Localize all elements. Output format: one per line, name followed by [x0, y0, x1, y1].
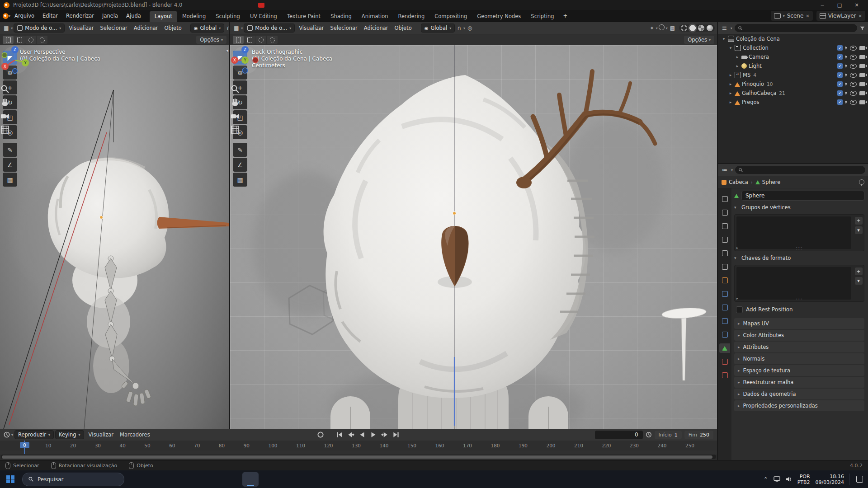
property-section-header[interactable]: ▸ Color Attributes — [734, 330, 864, 341]
exclude-checkbox[interactable]: ✓ — [837, 54, 843, 60]
tray-display-icon[interactable] — [774, 476, 780, 482]
overlays-caret[interactable]: ▾ — [666, 26, 668, 30]
keying-dropdown[interactable]: Keying ▾ — [55, 430, 84, 439]
overlays-icon[interactable] — [659, 24, 665, 32]
action-center-button[interactable] — [849, 474, 865, 485]
previous-keyframe-button[interactable] — [347, 431, 355, 439]
measure-tool[interactable]: ∠ — [3, 158, 17, 172]
shading-solid-button[interactable] — [689, 25, 696, 31]
pin-icon[interactable] — [859, 179, 864, 185]
data-name-field[interactable]: Sphere — [741, 191, 864, 201]
navigation-gizmo[interactable]: Z Y X — [230, 45, 260, 75]
menu-item[interactable]: Ajuda — [122, 11, 145, 20]
filter-icon[interactable] — [859, 25, 865, 31]
viewport-menu-item[interactable]: Selecionar — [327, 24, 361, 32]
selectable-icon[interactable] — [845, 73, 848, 77]
grid-toggle-icon[interactable] — [0, 125, 10, 135]
property-section-header[interactable]: ▸ Espaço de textura — [734, 365, 864, 376]
measure-tool[interactable]: ∠ — [233, 158, 247, 172]
menu-item[interactable]: Janela — [98, 11, 122, 20]
shading-material-button[interactable] — [698, 25, 704, 31]
view-layer-tab[interactable] — [719, 235, 730, 244]
outliner-row-collection[interactable]: ▾ Collection ✓ — [718, 43, 868, 52]
shape-key-specials-button[interactable]: ▾ — [855, 277, 863, 285]
scene-tab[interactable] — [719, 249, 730, 258]
property-section-header[interactable]: ▸ Mapas UV — [734, 318, 864, 329]
shape-keys-panel-header[interactable]: ▾ Chaves de formato — [734, 253, 864, 263]
shading-rendered-button[interactable] — [707, 25, 713, 31]
sidebar-toggle-arrow[interactable]: ◂ — [226, 48, 228, 53]
pan-hand-icon[interactable] — [0, 98, 10, 108]
selectable-icon[interactable] — [845, 46, 848, 50]
property-section-header[interactable]: ▸ Normais — [734, 353, 864, 364]
preview-range-icon[interactable] — [646, 432, 652, 438]
tray-volume-icon[interactable] — [786, 476, 792, 482]
add-cube-tool[interactable]: ▦ — [3, 173, 17, 187]
breadcrumb-object[interactable]: Cabeca — [722, 179, 748, 185]
modifiers-tab[interactable] — [719, 289, 730, 299]
property-section-header[interactable]: ▸ Propriedades personalizadas — [734, 400, 864, 411]
scene-unlink-icon[interactable]: ✕ — [806, 14, 809, 19]
outliner-editor-icon[interactable]: ☰ — [721, 25, 728, 31]
expand-arrow[interactable]: ▸ — [735, 55, 740, 59]
outliner-row-light[interactable]: ▸ Light ✓ — [718, 61, 868, 70]
list-resize-grip[interactable]: :::: — [796, 297, 803, 301]
app-toolkit[interactable] — [147, 472, 164, 487]
render-visibility-icon[interactable] — [859, 55, 865, 59]
frame-start-field[interactable]: Início 1 — [655, 431, 682, 439]
navigation-gizmo[interactable]: Z Y X — [0, 45, 30, 75]
select-mode-tweak[interactable] — [233, 36, 244, 44]
outliner-row-pinoquio[interactable]: ▸ Pinoquio 10 ✓ — [718, 80, 868, 89]
jump-to-end-button[interactable] — [392, 431, 400, 439]
particles-tab[interactable] — [719, 303, 730, 312]
timeline-menu-item[interactable]: Marcadores — [117, 431, 153, 439]
workspace-tab[interactable]: Compositing — [429, 11, 472, 22]
exclude-checkbox[interactable]: ✓ — [837, 99, 843, 105]
shape-keys-list-area[interactable] — [736, 267, 851, 300]
options-button[interactable]: Opções ▾ — [684, 36, 714, 44]
texture-tab[interactable] — [719, 371, 730, 380]
viewport-right-canvas[interactable]: Back Orthographic (0) Coleção da Cena | … — [230, 45, 717, 429]
blender-menu-icon[interactable] — [3, 13, 9, 19]
breadcrumb-data[interactable]: Sphere — [755, 179, 781, 185]
outliner-row-pregos[interactable]: ▸ Pregos ✓ — [718, 98, 868, 107]
menu-item[interactable]: Renderizar — [62, 11, 98, 20]
expand-arrow[interactable]: ▾ — [722, 37, 726, 41]
play-button[interactable] — [369, 431, 377, 439]
current-frame-field[interactable]: 0 — [595, 431, 643, 439]
exclude-checkbox[interactable]: ✓ — [837, 90, 843, 96]
frame-end-field[interactable]: Fim 250 — [684, 431, 713, 439]
hide-eye-icon[interactable] — [850, 64, 857, 69]
outliner-search-input[interactable] — [735, 24, 857, 32]
viewport-menu-item[interactable]: Selecionar — [97, 24, 131, 32]
exclude-checkbox[interactable]: ✓ — [837, 45, 843, 51]
select-mode-tweak[interactable] — [3, 36, 14, 44]
render-tab[interactable] — [719, 208, 730, 217]
add-vertex-group-button[interactable]: + — [855, 217, 863, 225]
constraints-tab[interactable] — [719, 330, 730, 339]
render-visibility-icon[interactable] — [859, 46, 865, 50]
workspace-tab[interactable]: Rendering — [393, 11, 429, 22]
vertex-groups-panel-header[interactable]: ▾ Grupos de vértices — [734, 203, 864, 212]
orientation-dropdown[interactable]: ◉ Global ▾ — [190, 23, 224, 33]
hide-eye-icon[interactable] — [850, 100, 857, 105]
exclude-checkbox[interactable]: ✓ — [837, 81, 843, 87]
mode-dropdown[interactable]: Modo de o... ▾ — [14, 23, 65, 33]
snap-caret[interactable]: ▾ — [463, 26, 465, 30]
expand-arrow[interactable]: ▸ — [728, 82, 733, 86]
mode-dropdown[interactable]: Modo de o... ▾ — [244, 23, 295, 33]
material-tab[interactable] — [719, 357, 730, 366]
workspace-tab[interactable]: Geometry Nodes — [472, 11, 526, 22]
render-visibility-icon[interactable] — [859, 82, 865, 86]
zoom-icon[interactable] — [0, 84, 10, 94]
viewport-menu-item[interactable]: Objeto — [392, 24, 415, 32]
add-workspace-button[interactable]: + — [559, 11, 571, 20]
object-tab[interactable] — [719, 276, 730, 285]
object-data-tab[interactable] — [719, 343, 730, 353]
select-mode-lasso[interactable] — [37, 36, 47, 44]
viewlayer-close-icon[interactable]: ✕ — [859, 14, 862, 19]
vertex-groups-list-area[interactable] — [736, 216, 851, 249]
shading-wireframe-button[interactable] — [681, 25, 687, 31]
annotate-tool[interactable]: ✎ — [233, 143, 247, 157]
language-indicator[interactable]: POR PTB2 — [797, 474, 810, 485]
